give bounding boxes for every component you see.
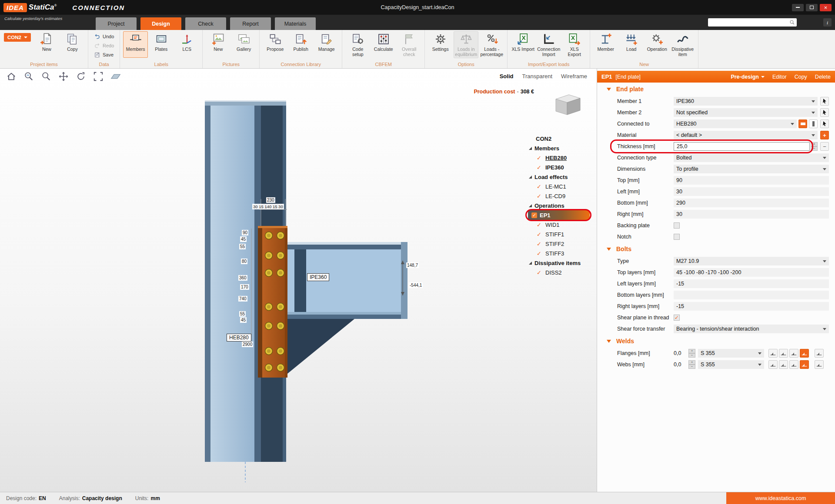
home-view-button[interactable] (6, 71, 17, 82)
plates-labels-toggle[interactable]: Plates (149, 31, 174, 58)
delete-operation-button[interactable]: Delete (815, 74, 831, 80)
thickness-stepper[interactable]: +− (811, 142, 818, 151)
tab-materials[interactable]: Materials (275, 17, 316, 30)
zoom-button[interactable] (41, 71, 51, 82)
info-button[interactable] (823, 18, 832, 27)
left-layers-input[interactable] (674, 279, 829, 288)
tree-section-operations[interactable]: Operations (524, 201, 591, 210)
bottom-input[interactable] (674, 199, 829, 207)
notch-checkbox[interactable] (674, 234, 680, 240)
connected-to-dropdown[interactable]: HEB280 (674, 119, 797, 128)
minimize-button[interactable] (792, 4, 804, 11)
weld-type-button[interactable] (768, 349, 778, 358)
right-input[interactable] (674, 210, 829, 219)
3d-viewport[interactable]: Solid Transparent Wireframe Production c… (0, 69, 597, 492)
tree-item-ep1[interactable]: EP1 (528, 210, 590, 220)
search-input[interactable] (710, 20, 789, 26)
tab-design[interactable]: Design (140, 17, 181, 30)
thickness-reset-button[interactable]: − (820, 142, 829, 151)
tree-item-stiff3[interactable]: STIFF3 (524, 249, 591, 258)
weld-type-button[interactable] (815, 349, 824, 358)
calculate-button[interactable]: Calculate (371, 31, 396, 58)
save-button[interactable]: Save (91, 51, 117, 59)
tree-item-wid1[interactable]: WID1 (524, 220, 591, 229)
connection-import-button[interactable]: Connection Import (536, 31, 561, 58)
top-layers-input[interactable] (674, 268, 829, 277)
zoom-all-button[interactable] (93, 71, 104, 82)
tree-section-dissipative-items[interactable]: Dissipative items (524, 258, 591, 268)
material-dropdown[interactable]: < default > (674, 131, 818, 139)
section-end-plate[interactable]: End plate (597, 83, 835, 96)
thickness-input[interactable] (674, 142, 810, 151)
picture-new-button[interactable]: New (206, 31, 230, 58)
zoom-window-button[interactable] (23, 71, 34, 82)
view-mode-transparent[interactable]: Transparent (522, 73, 552, 80)
weld-type-button[interactable] (779, 349, 788, 358)
connection-type-dropdown[interactable]: Bolted (674, 153, 829, 162)
new-dissipative-item-button[interactable]: Dissipative item (670, 31, 695, 58)
manage-button[interactable]: Manage (314, 31, 339, 58)
new-load-button[interactable]: Load (619, 31, 644, 58)
rotate-button[interactable] (76, 71, 86, 82)
gallery-button[interactable]: Gallery (231, 31, 256, 58)
propose-button[interactable]: Propose (263, 31, 287, 58)
loads-in-equilibrium-toggle[interactable]: Loads in equilibrium (454, 31, 478, 58)
weld-type-button[interactable] (815, 360, 824, 369)
weld-type-button[interactable] (789, 360, 798, 369)
plate-orientation-v-button[interactable] (809, 119, 818, 128)
publish-button[interactable]: Publish (288, 31, 313, 58)
tree-item-stiff1[interactable]: STIFF1 (524, 229, 591, 239)
right-layers-input[interactable] (674, 302, 829, 311)
copy-operation-button[interactable]: Copy (795, 74, 807, 80)
weld-type-button-active[interactable] (800, 360, 809, 369)
copy-item-button[interactable]: Copy (60, 31, 85, 58)
plate-orientation-h-button[interactable] (798, 119, 807, 128)
new-operation-button[interactable]: Operation (645, 31, 669, 58)
member1-dropdown[interactable]: IPE360 (674, 97, 818, 106)
loads-percentage-toggle[interactable]: Loads - percentage (479, 31, 504, 58)
weld-type-button[interactable] (789, 349, 798, 358)
shear-force-transfer-dropdown[interactable]: Bearing - tension/shear interaction (674, 325, 829, 333)
tree-item-le-mc1[interactable]: LE-MC1 (524, 182, 591, 191)
web-weld-material-dropdown[interactable]: S 355 (698, 360, 764, 369)
code-setup-button[interactable]: Code setup (345, 31, 370, 58)
top-input[interactable] (674, 176, 829, 185)
new-member-button[interactable]: Member (593, 31, 618, 58)
member2-pick-button[interactable] (820, 108, 829, 117)
lcs-toggle[interactable]: LCS (174, 31, 199, 58)
website-link[interactable]: www.ideastatica.com (726, 492, 835, 504)
section-welds[interactable]: Welds (597, 335, 835, 348)
tree-section-members[interactable]: Members (524, 143, 591, 153)
dimensions-dropdown[interactable]: To profile (674, 165, 829, 173)
undo-button[interactable]: Undo (91, 33, 117, 40)
tab-report[interactable]: Report (230, 17, 271, 30)
flange-weld-stepper[interactable]: +− (688, 349, 695, 358)
tree-root-con2[interactable]: CON2 (524, 134, 591, 143)
settings-button[interactable]: Settings (428, 31, 453, 58)
overall-check-button[interactable]: Overall check (397, 31, 421, 58)
clipping-plane-button[interactable] (110, 71, 121, 82)
close-button[interactable]: × (820, 4, 832, 11)
flange-weld-material-dropdown[interactable]: S 355 (698, 349, 764, 358)
new-item-button[interactable]: New (34, 31, 59, 58)
weld-type-button-active[interactable] (800, 349, 809, 358)
tab-check[interactable]: Check (185, 17, 226, 30)
tab-project[interactable]: Project (96, 17, 137, 30)
stepper-down-icon[interactable]: − (811, 146, 818, 151)
tree-item-le-cd9[interactable]: LE-CD9 (524, 191, 591, 201)
add-material-button[interactable]: + (820, 131, 829, 139)
web-weld-stepper[interactable]: +− (688, 360, 695, 369)
shear-plane-checkbox[interactable] (674, 315, 680, 321)
maximize-button[interactable] (806, 4, 818, 11)
editor-button[interactable]: Editor (772, 74, 787, 80)
view-mode-solid[interactable]: Solid (500, 73, 514, 80)
backing-plate-checkbox[interactable] (674, 222, 680, 229)
predesign-dropdown[interactable]: Pre-design (731, 74, 765, 80)
navigation-cube[interactable] (550, 91, 584, 120)
bottom-layers-input[interactable] (674, 291, 829, 299)
connected-to-pick-button[interactable] (820, 119, 829, 128)
weld-type-button[interactable] (768, 360, 778, 369)
tree-item-diss2[interactable]: DISS2 (524, 268, 591, 277)
tree-item-stiff2[interactable]: STIFF2 (524, 239, 591, 249)
tree-item-ipe360[interactable]: IPE360 (524, 162, 591, 172)
